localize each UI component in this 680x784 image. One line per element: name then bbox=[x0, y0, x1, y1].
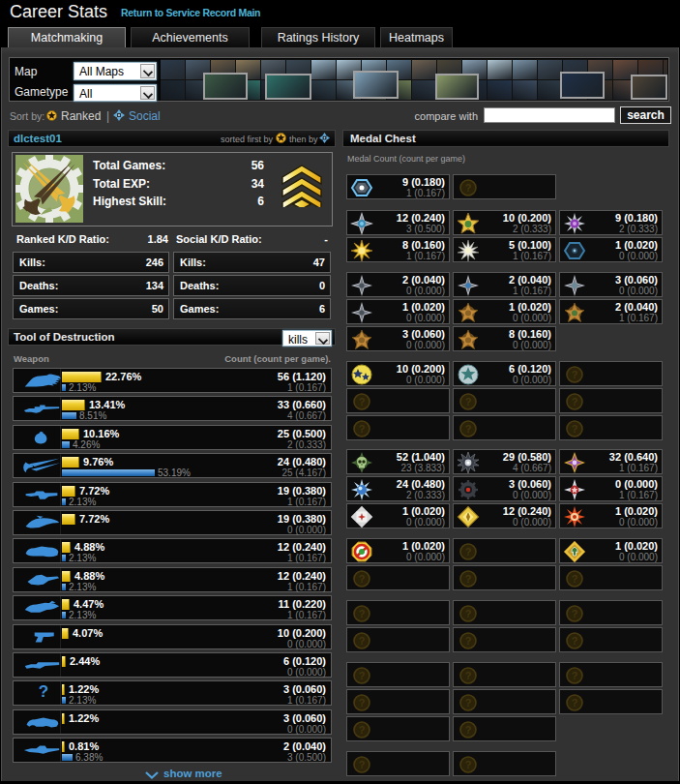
svg-text:?: ? bbox=[465, 396, 472, 407]
svg-text:?: ? bbox=[465, 670, 472, 681]
svg-text:?: ? bbox=[465, 697, 472, 709]
svg-text:?: ? bbox=[572, 608, 578, 619]
svg-text:?: ? bbox=[572, 670, 578, 681]
svg-text:?: ? bbox=[359, 573, 366, 585]
svg-text:?: ? bbox=[359, 697, 366, 709]
svg-text:?: ? bbox=[572, 396, 578, 407]
svg-text:?: ? bbox=[465, 608, 472, 619]
svg-text:?: ? bbox=[465, 546, 472, 558]
svg-text:?: ? bbox=[465, 423, 472, 435]
svg-text:?: ? bbox=[572, 697, 578, 709]
svg-text:?: ? bbox=[359, 396, 366, 407]
svg-text:?: ? bbox=[572, 635, 578, 647]
svg-text:?: ? bbox=[465, 724, 472, 736]
svg-text:?: ? bbox=[465, 759, 472, 770]
svg-text:?: ? bbox=[572, 369, 578, 380]
svg-text:?: ? bbox=[465, 573, 472, 585]
svg-text:?: ? bbox=[465, 635, 472, 647]
svg-text:?: ? bbox=[359, 724, 366, 736]
svg-text:?: ? bbox=[465, 182, 472, 194]
svg-text:?: ? bbox=[359, 608, 366, 619]
svg-text:?: ? bbox=[359, 670, 366, 681]
svg-text:?: ? bbox=[359, 635, 366, 647]
svg-text:?: ? bbox=[359, 423, 366, 435]
svg-text:?: ? bbox=[572, 423, 578, 435]
svg-text:?: ? bbox=[572, 573, 578, 585]
svg-text:?: ? bbox=[359, 759, 366, 770]
